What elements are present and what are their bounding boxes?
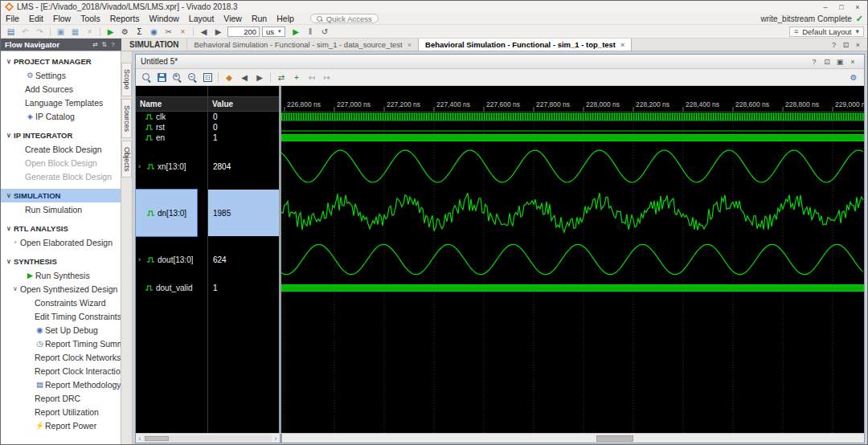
- settings-icon[interactable]: ⚙: [118, 26, 132, 38]
- close-icon[interactable]: ×: [852, 41, 864, 49]
- flow-nav-item[interactable]: ◈IP Catalog: [1, 109, 121, 123]
- minimize-button[interactable]: –: [817, 3, 833, 11]
- value-column-header[interactable]: Value: [208, 96, 279, 112]
- wave-settings-icon[interactable]: ⚙: [846, 71, 861, 84]
- flow-nav-item[interactable]: Edit Timing Constraints: [1, 309, 121, 323]
- flow-nav-item[interactable]: Generate Block Design: [1, 169, 121, 183]
- flow-nav-item[interactable]: Report Utilization: [1, 405, 121, 418]
- view-tab-0[interactable]: Behavioral Simulation - Functional - sim…: [186, 39, 418, 51]
- expander-icon[interactable]: ›: [10, 239, 20, 246]
- collapse-all-icon[interactable]: ⇄: [91, 41, 100, 48]
- name-panel-scrollbar[interactable]: ‹ ›: [136, 434, 280, 443]
- redo-icon[interactable]: ↷: [33, 26, 47, 38]
- maximize-button[interactable]: □: [833, 3, 850, 11]
- zoom-fit-icon[interactable]: [200, 71, 215, 84]
- signal-name-row[interactable]: ›xn[13:0]: [136, 143, 207, 190]
- flow-nav-item[interactable]: ∨SYNTHESIS: [1, 255, 121, 268]
- menu-file[interactable]: File: [1, 14, 24, 23]
- float-icon[interactable]: ⊡: [840, 41, 852, 49]
- close-icon[interactable]: ×: [620, 41, 624, 49]
- side-tab-scope[interactable]: Scope: [121, 63, 132, 96]
- wave-scrollbar[interactable]: [282, 434, 864, 443]
- close-button[interactable]: ×: [850, 3, 866, 11]
- go-to-time-icon[interactable]: ◆: [222, 71, 236, 84]
- run-icon[interactable]: ▶: [104, 26, 117, 38]
- zoom-out-icon[interactable]: –: [185, 71, 199, 84]
- flow-nav-item[interactable]: ▤Report Methodology: [1, 378, 121, 391]
- expander-icon[interactable]: ∨: [4, 258, 14, 265]
- flow-nav-item[interactable]: Open Block Design: [1, 156, 121, 169]
- help-button[interactable]: ?: [808, 58, 821, 66]
- close-button[interactable]: ×: [846, 58, 859, 66]
- expander-icon[interactable]: ›: [138, 255, 144, 263]
- signal-name-row[interactable]: dout_valid: [136, 283, 207, 293]
- flow-nav-item[interactable]: ∨RTL ANALYSIS: [1, 222, 121, 235]
- menu-edit[interactable]: Edit: [24, 14, 48, 23]
- signal-name-row[interactable]: ›dn[13:0]: [136, 190, 207, 236]
- flow-nav-item[interactable]: ∨IP INTEGRATOR: [1, 129, 121, 142]
- flow-nav-item[interactable]: Add Sources: [1, 82, 121, 96]
- find-icon[interactable]: [139, 71, 154, 84]
- expand-all-icon[interactable]: ⇅: [100, 41, 108, 48]
- dock-button[interactable]: ⊡: [821, 58, 833, 66]
- zoom-in-icon[interactable]: +: [170, 71, 184, 84]
- previous-transition-icon[interactable]: ◀: [237, 71, 252, 84]
- expander-icon[interactable]: ›: [138, 209, 144, 217]
- time-unit-select[interactable]: us ▾: [262, 27, 285, 37]
- debug-icon[interactable]: ◉: [147, 26, 161, 38]
- expander-icon[interactable]: ∨: [4, 225, 14, 232]
- save-icon[interactable]: ▤: [4, 26, 18, 38]
- menu-flow[interactable]: Flow: [48, 14, 76, 23]
- quick-access-search[interactable]: Quick Access: [310, 14, 379, 23]
- flow-nav-item[interactable]: ◷Report Timing Summary: [1, 337, 121, 350]
- menu-view[interactable]: View: [219, 14, 247, 23]
- menu-layout[interactable]: Layout: [184, 14, 219, 23]
- side-tab-sources[interactable]: Sources: [121, 99, 132, 138]
- copy-icon[interactable]: ▣: [54, 26, 68, 38]
- wave-scrollbar-thumb[interactable]: [596, 435, 633, 442]
- scrollbar-thumb[interactable]: [145, 436, 169, 441]
- cut-icon[interactable]: ✂: [162, 26, 175, 38]
- scroll-left-icon[interactable]: ‹: [136, 435, 144, 443]
- flow-nav-item[interactable]: Constraints Wizard: [1, 296, 121, 309]
- flow-nav-item[interactable]: ⚡Report Power: [1, 418, 121, 432]
- flow-nav-item[interactable]: ▶Run Synthesis: [1, 268, 121, 282]
- undo-icon[interactable]: ↶: [18, 26, 32, 38]
- swap-cursors-icon[interactable]: ⇄: [274, 71, 289, 84]
- flow-nav-item[interactable]: Run Simulation: [1, 202, 121, 216]
- sum-icon[interactable]: Σ: [133, 26, 146, 38]
- expander-icon[interactable]: ›: [138, 162, 144, 170]
- add-marker-icon[interactable]: +: [289, 71, 304, 84]
- flow-nav-item[interactable]: Language Templates: [1, 96, 121, 109]
- flow-nav-item[interactable]: Report DRC: [1, 391, 121, 405]
- next-transition-icon[interactable]: ▶: [252, 71, 267, 84]
- layout-select[interactable]: ≡ Default Layout ▾: [789, 27, 864, 37]
- help-icon[interactable]: ?: [108, 41, 117, 48]
- flow-nav-item[interactable]: ›Open Elaborated Design: [1, 235, 121, 249]
- expander-icon[interactable]: ∨: [4, 192, 14, 199]
- step-back-icon[interactable]: ◀: [197, 26, 211, 38]
- delete-icon[interactable]: ×: [83, 26, 96, 38]
- expander-icon[interactable]: ∨: [4, 58, 14, 65]
- run-time-input[interactable]: 200: [227, 27, 260, 37]
- flow-nav-item[interactable]: ∨PROJECT MANAGER: [1, 55, 121, 68]
- signal-name-row[interactable]: en: [136, 133, 207, 143]
- help-icon[interactable]: ?: [828, 41, 840, 49]
- expander-icon[interactable]: ∨: [4, 132, 14, 139]
- close-icon[interactable]: ×: [176, 26, 190, 38]
- run-for-time-icon[interactable]: ▶: [289, 26, 303, 38]
- signal-name-row[interactable]: clk: [136, 112, 207, 122]
- wave-canvas[interactable]: 226,800 ns227,000 ns227,200 ns227,400 ns…: [281, 86, 864, 433]
- save-waveform-icon[interactable]: [154, 71, 169, 84]
- paste-icon[interactable]: ▦: [68, 26, 82, 38]
- play-icon[interactable]: ▶: [211, 26, 225, 38]
- flow-nav-item[interactable]: Report Clock Networks: [1, 350, 121, 364]
- maximize-button[interactable]: ▣: [833, 58, 846, 66]
- menu-run[interactable]: Run: [247, 14, 272, 23]
- restart-icon[interactable]: ↺: [318, 26, 332, 38]
- menu-help[interactable]: Help: [272, 14, 299, 23]
- side-tab-objects[interactable]: Objects: [121, 141, 132, 178]
- go-to-start-icon[interactable]: ↤: [305, 71, 319, 84]
- flow-nav-item[interactable]: ∨SIMULATION: [1, 189, 121, 202]
- menu-reports[interactable]: Reports: [105, 14, 145, 23]
